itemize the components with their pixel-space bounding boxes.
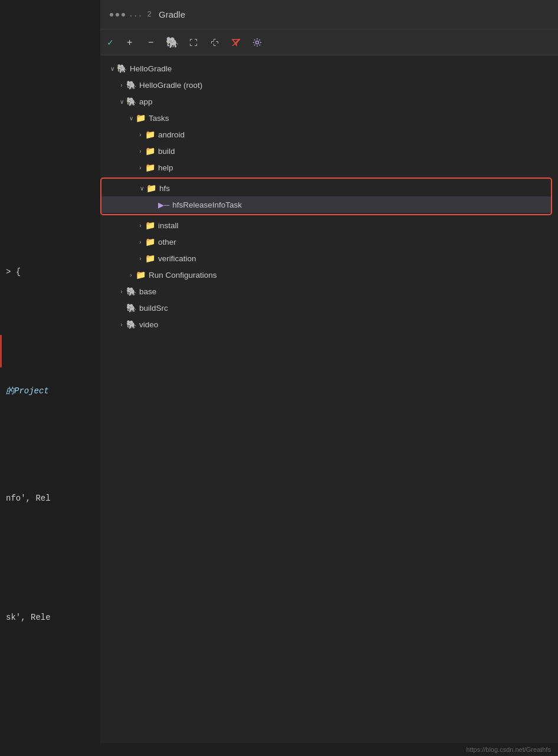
expand-button[interactable] (185, 34, 202, 51)
arrow-help: › (136, 165, 145, 171)
help-folder-icon: 📁 (145, 163, 155, 172)
tree-label-hfsreleaseinfotask: hfsReleaseInfoTask (172, 200, 242, 209)
tree-item-hfsreleaseinfotask[interactable]: ▶─ hfsReleaseInfoTask (101, 196, 551, 213)
dot1 (110, 13, 113, 17)
gradle-icon-root: 🐘 (126, 80, 136, 90)
tree-label-hellograde-root: HelloGradle (root) (139, 81, 202, 90)
arrow-tasks: ∨ (126, 115, 136, 121)
gradle-icon-base: 🐘 (126, 287, 136, 296)
code-line-brace: > { (0, 265, 100, 278)
highlight-box: ∨ 📁 hfs ▶─ hfsReleaseInfoTask (100, 178, 552, 215)
tree-label-run-configurations: Run Configurations (149, 271, 217, 280)
remove-button[interactable]: − (143, 34, 159, 51)
arrow-verification: › (136, 255, 145, 262)
footer-url: https://blog.csdn.net/Greathfs (466, 746, 551, 753)
tree-item-install[interactable]: › 📁 install (100, 217, 558, 234)
dots-count: ... 2 (129, 10, 152, 19)
code-line-task: sk', Rele (0, 611, 100, 624)
arrow-hfs: ∨ (137, 185, 146, 192)
tree-item-help[interactable]: › 📁 help (100, 159, 558, 176)
tasks-icon: 📁 (136, 113, 146, 123)
tree-label-other: other (158, 238, 176, 246)
arrow-install: › (136, 222, 145, 229)
tree-label-build: build (158, 147, 175, 156)
title-bar: ... 2 Gradle (100, 0, 558, 29)
gradle-icon-app: 🐘 (126, 97, 136, 106)
panel-title: Gradle (159, 9, 185, 19)
tree-item-hellograde-root[interactable]: › 🐘 HelloGradle (root) (100, 77, 558, 93)
left-red-bar (0, 335, 2, 367)
settings-button[interactable] (249, 34, 265, 51)
tree-label-video: video (139, 320, 158, 329)
build-folder-icon: 📁 (145, 146, 155, 156)
arrow-base: › (117, 288, 126, 295)
android-folder-icon: 📁 (145, 130, 155, 139)
toolbar: ✓ + − 🐘 (100, 29, 558, 55)
arrow-build: › (136, 148, 145, 155)
task-icon: ▶─ (158, 200, 169, 209)
footer: https://blog.csdn.net/Greathfs (100, 743, 558, 756)
tree-label-app: app (139, 97, 153, 106)
expand-icon (189, 38, 198, 47)
arrow-video: › (117, 321, 126, 328)
arrow-hellograde: ∨ (107, 65, 117, 72)
gradle-icon-hellograde: 🐘 (117, 64, 127, 73)
settings-icon (252, 38, 262, 47)
tree-item-base[interactable]: › 🐘 base (100, 283, 558, 300)
dots-indicator: ... 2 (110, 10, 152, 19)
code-panel: > { 的Project nfo', Rel sk', Rele (0, 0, 100, 756)
collapse-icon (210, 38, 219, 47)
tree-label-android: android (158, 130, 185, 139)
code-line-info: nfo', Rel (0, 492, 100, 505)
verification-folder-icon: 📁 (145, 254, 155, 263)
tree-container[interactable]: ∨ 🐘 HelloGradle › 🐘 HelloGradle (root) ∨… (100, 55, 558, 743)
tree-label-base: base (139, 287, 156, 296)
other-folder-icon: 📁 (145, 237, 155, 246)
tree-item-hfs[interactable]: ∨ 📁 hfs (101, 180, 551, 196)
svg-point-1 (255, 41, 258, 44)
filter-button[interactable] (228, 34, 244, 51)
tree-label-hellograde: HelloGradle (130, 64, 172, 73)
gradle-icon-video: 🐘 (126, 320, 136, 329)
tree-label-verification: verification (158, 254, 196, 263)
tree-item-tasks[interactable]: ∨ 📁 Tasks (100, 110, 558, 126)
tree-item-verification[interactable]: › 📁 verification (100, 250, 558, 267)
gradle-icon-buildsrc: 🐘 (126, 303, 136, 313)
tree-item-video[interactable]: › 🐘 video (100, 316, 558, 333)
arrow-app: ∨ (117, 98, 126, 105)
code-line-project: 的Project (0, 384, 100, 397)
add-button[interactable]: + (122, 34, 138, 51)
collapse-button[interactable] (206, 34, 223, 51)
hfs-folder-icon: 📁 (146, 183, 156, 193)
gradle-panel: ... 2 Gradle ✓ + − 🐘 (100, 0, 558, 756)
arrow-hellograde-root: › (117, 82, 126, 88)
dot2 (116, 13, 119, 17)
tree-item-build[interactable]: › 📁 build (100, 143, 558, 159)
tree-item-android[interactable]: › 📁 android (100, 126, 558, 143)
tree-label-buildsrc: buildSrc (139, 304, 168, 313)
dot3 (122, 13, 125, 17)
tree-label-help: help (158, 163, 173, 172)
tree-label-hfs: hfs (159, 184, 170, 193)
tree-item-app[interactable]: ∨ 🐘 app (100, 93, 558, 110)
arrow-other: › (136, 239, 145, 245)
tree-item-run-configurations[interactable]: › 📁 Run Configurations (100, 267, 558, 283)
checkmark-icon: ✓ (107, 37, 113, 48)
tree-label-install: install (158, 221, 179, 230)
run-config-folder-icon: 📁 (136, 270, 146, 280)
arrow-run-configurations: › (126, 272, 136, 278)
tree-item-buildsrc[interactable]: 🐘 buildSrc (100, 300, 558, 316)
tree-label-tasks: Tasks (149, 114, 169, 123)
tree-item-other[interactable]: › 📁 other (100, 234, 558, 250)
filter-icon (231, 38, 241, 47)
tree-item-hellograde[interactable]: ∨ 🐘 HelloGradle (100, 60, 558, 77)
elephant-button[interactable]: 🐘 (164, 34, 180, 51)
arrow-android: › (136, 132, 145, 138)
install-folder-icon: 📁 (145, 221, 155, 230)
